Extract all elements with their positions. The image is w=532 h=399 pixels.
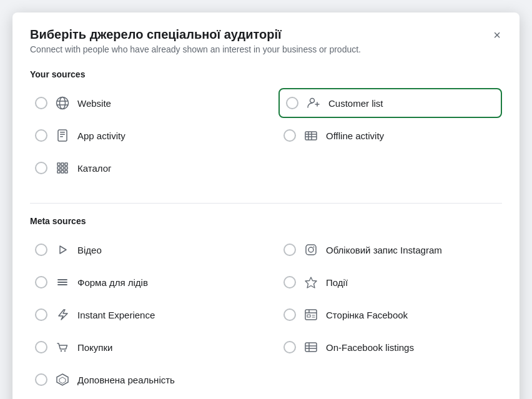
radio-video[interactable] <box>35 244 47 256</box>
radio-ar[interactable] <box>35 373 47 386</box>
source-label-ar: Доповнена реальність <box>77 375 175 385</box>
instant-exp-icon <box>54 306 71 323</box>
source-label-catalog: Каталог <box>77 163 112 174</box>
svg-rect-5 <box>60 132 65 133</box>
close-button[interactable]: × <box>487 25 507 45</box>
source-item-catalog[interactable]: Каталог <box>30 153 254 183</box>
events-icon <box>302 273 320 291</box>
source-label-fb-listings: On-Facebook listings <box>326 342 414 353</box>
radio-fb-page[interactable] <box>283 308 296 321</box>
svg-point-34 <box>308 247 313 252</box>
radio-events[interactable] <box>283 276 296 288</box>
source-item-fb-listings[interactable]: On-Facebook listings <box>278 332 502 362</box>
source-label-shopping: Покупки <box>77 342 112 353</box>
modal: Виберіть джерело спеціальної аудиторії C… <box>12 12 520 399</box>
meta-sources-grid: Відео Форма для лідів <box>30 235 502 397</box>
source-item-events[interactable]: Події <box>278 267 502 297</box>
fb-page-icon <box>302 306 320 323</box>
modal-title: Виберіть джерело спеціальної аудиторії <box>30 27 502 42</box>
radio-instant-exp[interactable] <box>35 308 47 321</box>
source-label-app-activity: App activity <box>77 131 126 141</box>
svg-rect-4 <box>58 130 67 141</box>
svg-point-0 <box>57 97 69 109</box>
source-item-instagram[interactable]: Обліковий запис Instagram <box>278 235 502 265</box>
source-label-customer-list: Customer list <box>328 98 383 109</box>
source-item-customer-list[interactable]: Customer list <box>278 88 502 118</box>
shopping-icon <box>54 338 71 356</box>
svg-rect-11 <box>57 167 60 169</box>
close-icon: × <box>493 28 501 42</box>
source-label-offline-activity: Offline activity <box>326 131 384 141</box>
svg-point-17 <box>310 99 315 103</box>
svg-rect-13 <box>65 167 67 169</box>
customer-list-icon <box>305 94 322 112</box>
modal-subtitle: Connect with people who have already sho… <box>30 44 502 54</box>
website-icon <box>54 94 71 112</box>
lead-form-icon <box>54 273 71 291</box>
svg-rect-7 <box>60 136 63 137</box>
instagram-icon <box>302 241 320 259</box>
source-item-fb-page[interactable]: Сторінка Facebook <box>278 300 502 330</box>
svg-rect-15 <box>61 170 64 173</box>
radio-lead-form[interactable] <box>35 276 47 288</box>
source-item-ar[interactable]: Доповнена реальність <box>30 365 254 395</box>
radio-customer-list[interactable] <box>286 97 298 109</box>
radio-app-activity[interactable] <box>35 129 47 142</box>
source-item-website[interactable]: Website <box>30 88 254 118</box>
svg-marker-32 <box>59 377 66 383</box>
catalog-icon <box>54 159 71 177</box>
svg-rect-14 <box>57 170 60 173</box>
source-item-app-activity[interactable]: App activity <box>30 121 254 150</box>
svg-rect-16 <box>65 170 67 173</box>
svg-marker-25 <box>60 246 66 254</box>
source-label-instant-exp: Instant Experience <box>77 310 155 320</box>
source-item-shopping[interactable]: Покупки <box>30 332 254 362</box>
radio-offline-activity[interactable] <box>283 129 296 142</box>
source-item-lead-form[interactable]: Форма для лідів <box>30 267 254 297</box>
your-sources-grid: Website App activity <box>30 88 502 185</box>
svg-rect-6 <box>60 134 65 135</box>
radio-shopping[interactable] <box>35 341 47 353</box>
svg-rect-9 <box>61 163 64 165</box>
svg-rect-43 <box>305 343 317 352</box>
svg-point-29 <box>61 350 62 352</box>
offline-activity-icon <box>302 127 320 144</box>
source-label-video: Відео <box>77 245 102 255</box>
radio-website[interactable] <box>35 97 47 109</box>
svg-marker-36 <box>305 277 317 288</box>
meta-sources-label: Meta sources <box>30 216 502 226</box>
your-sources-left: Website App activity <box>30 88 254 185</box>
source-item-video[interactable]: Відео <box>30 235 254 265</box>
source-label-fb-page: Сторінка Facebook <box>326 310 408 320</box>
modal-header: Виберіть джерело спеціальної аудиторії C… <box>30 27 502 54</box>
meta-sources-left: Відео Форма для лідів <box>30 235 254 397</box>
svg-rect-8 <box>57 163 60 165</box>
svg-rect-12 <box>61 167 64 169</box>
app-activity-icon <box>54 127 71 144</box>
svg-point-30 <box>64 350 66 352</box>
your-sources-label: Your sources <box>30 69 502 79</box>
radio-fb-listings[interactable] <box>283 341 296 353</box>
svg-rect-10 <box>65 163 67 165</box>
source-label-lead-form: Форма для лідів <box>77 277 148 288</box>
source-label-instagram: Обліковий запис Instagram <box>326 245 442 255</box>
svg-point-1 <box>60 97 66 109</box>
section-divider <box>30 203 502 204</box>
svg-point-35 <box>313 247 315 248</box>
ar-icon <box>54 371 71 388</box>
source-label-events: Події <box>326 277 348 288</box>
video-icon <box>54 241 71 259</box>
source-item-offline-activity[interactable]: Offline activity <box>278 121 502 150</box>
radio-catalog[interactable] <box>35 162 47 174</box>
svg-rect-20 <box>305 132 317 140</box>
your-sources-right: Customer list Offline activity <box>278 88 502 185</box>
source-label-website: Website <box>77 98 111 109</box>
fb-listings-icon <box>302 338 320 356</box>
meta-sources-right: Обліковий запис Instagram Події <box>278 235 502 397</box>
radio-instagram[interactable] <box>283 244 296 256</box>
svg-rect-33 <box>306 245 316 255</box>
svg-rect-40 <box>307 315 310 317</box>
source-item-instant-exp[interactable]: Instant Experience <box>30 300 254 330</box>
